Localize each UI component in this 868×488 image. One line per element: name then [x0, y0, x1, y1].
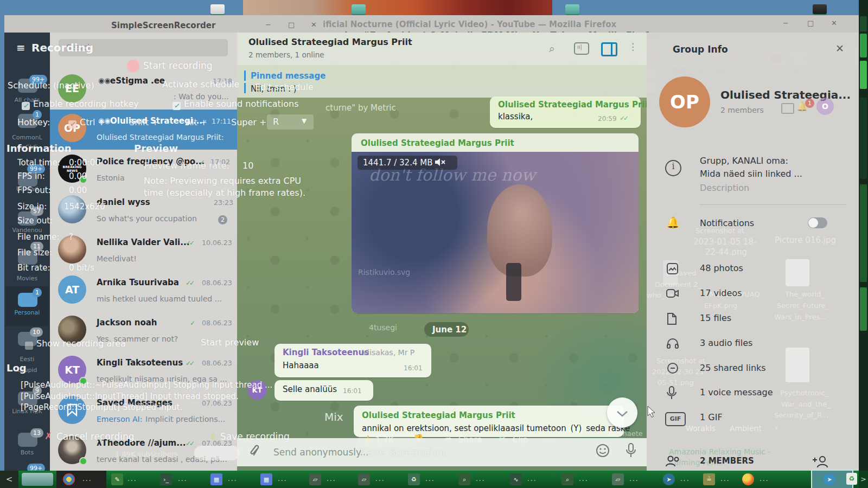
taskbar-recycle-icon[interactable]: ♻ [408, 473, 420, 485]
bleed-bell-badge: 1 [805, 99, 814, 108]
ssr-enable-sound-checkbox[interactable]: ✓Enable sound notifications [173, 99, 299, 110]
taskbar-screenshot-icon-2[interactable]: ▦ [260, 473, 272, 485]
kebab-menu-icon[interactable]: ⋮ [628, 41, 637, 52]
ff-minimize-button[interactable]: − [783, 19, 789, 27]
ssr-show-area-checkbox[interactable]: ✓Show recording area [25, 338, 126, 350]
chat-subtitle-sender: Emerson AI: [97, 415, 142, 423]
microphone-icon[interactable] [625, 442, 637, 459]
folder-label[interactable]: Movies [4, 275, 50, 282]
mouse-cursor [647, 406, 656, 418]
ssr-activate-schedule-button[interactable]: Activate schedule [162, 79, 239, 89]
ssr-hotkey-ctrl[interactable]: ✓Ctrl + [68, 117, 105, 129]
ssr-enable-hotkey-checkbox[interactable]: ✓Enable recording hotkey [22, 99, 139, 110]
chat-name: Arnika Tsuurivaba [97, 278, 179, 287]
group-avatar[interactable]: OP [659, 76, 710, 127]
ssr-start-preview-button[interactable]: Start preview [201, 337, 259, 348]
workspace-block[interactable] [860, 287, 867, 331]
workspace-block[interactable] [860, 98, 867, 179]
media-videos[interactable]: 17 videos [700, 288, 742, 298]
chat-subtitle: Estonia [97, 174, 125, 182]
media-photos[interactable]: 48 photos [700, 263, 743, 273]
ssr-hotkey-super[interactable]: Super + [231, 117, 266, 127]
message-input-placeholder[interactable]: Send anonymously... [273, 447, 369, 458]
ssr-save-recording-button[interactable]: Save recording [220, 431, 290, 442]
ssr-frame-rate-value[interactable]: 10 [242, 160, 253, 171]
media-files[interactable]: 15 files [700, 313, 731, 323]
message-time: 16:01 [404, 364, 423, 372]
taskbar-ellipsis: ... [425, 475, 435, 483]
bleed-text: Wars_in_Pres... [774, 313, 827, 321]
search-icon[interactable]: ⌕ [549, 42, 555, 55]
chat-status: 2 members, 1 online [248, 50, 324, 59]
pinned-message-bar[interactable] [237, 65, 647, 98]
taskbar-firefox-icon[interactable] [742, 473, 754, 485]
workspace-block[interactable] [860, 184, 867, 282]
bleed-doc-thumb [786, 348, 809, 382]
close-icon[interactable]: ✕ [835, 42, 844, 54]
taskbar-terminal-icon[interactable]: ›_ [160, 473, 172, 485]
ssr-hotkey-alt[interactable]: Alt + [186, 117, 207, 127]
bleed-doc-thumb [786, 259, 809, 286]
file-hint-bleed: Ristikuvio.svg [358, 268, 410, 277]
ssr-cancel-recording-button[interactable]: Cancel recording [56, 431, 135, 442]
ssr-schedule-label: Schedule: (inactive) [8, 80, 94, 91]
emoji-smiley-icon[interactable] [596, 444, 610, 458]
scroll-to-bottom-button[interactable] [607, 397, 637, 428]
ssr-hotkey-shift[interactable]: Shift + [129, 117, 159, 127]
folder-label[interactable]: CommonL [4, 134, 50, 141]
chat-check: ✓✓ [186, 440, 193, 447]
bleed-text: Picture 016.jpg [775, 235, 836, 245]
taskbar-audio-icon[interactable]: ∿ [510, 473, 522, 485]
folder-label[interactable]: Bots [4, 449, 50, 456]
pin-bar-segment [244, 70, 246, 81]
desktop-folder-icon[interactable] [352, 4, 366, 14]
firefox-window-title-1: ificial Nocturne (Official Lyric Video) … [323, 20, 616, 29]
taskbar-fwd-chevron[interactable]: > [859, 471, 868, 488]
chat-subtitle: So what's your occupation [97, 214, 197, 223]
maximize-button[interactable]: □ [288, 21, 295, 29]
taskbar-folder-icon-3[interactable]: ▱ [612, 473, 624, 485]
links-icon [666, 362, 678, 374]
taskbar-show-desktop[interactable] [22, 473, 53, 486]
taskbar-telegram-icon[interactable]: ➤ [663, 473, 675, 485]
pin-bar-segment [244, 83, 246, 93]
voice-chat-icon[interactable]: ıı| [574, 42, 589, 55]
chat-check: ✓✓ [186, 359, 193, 367]
sidebar-toggle-icon[interactable] [601, 42, 617, 56]
taskbar-search-icon-2[interactable]: ⌕ [561, 473, 573, 485]
taskbar-calculator-icon[interactable]: ≟ [703, 473, 715, 485]
media-links[interactable]: 25 shared links [700, 363, 766, 373]
ssr-edit-schedule-button[interactable]: Edit schedule [255, 82, 314, 92]
attach-paperclip-icon[interactable] [248, 445, 261, 459]
desktop-film-icon[interactable] [813, 4, 827, 14]
media-voice[interactable]: 1 voice message [700, 387, 773, 397]
workspace-block[interactable] [860, 61, 867, 89]
trash-icon[interactable]: ♻ [846, 473, 857, 485]
media-audio[interactable]: 3 audio files [700, 338, 752, 348]
chat-subtitle: Meeldivat! [97, 254, 137, 263]
taskbar-folder-icon[interactable]: ▱ [309, 473, 321, 485]
ssr-heading: Recording [31, 41, 93, 54]
taskbar-ssr-icon[interactable] [63, 473, 75, 485]
ff-maximize-button[interactable]: □ [807, 19, 814, 27]
media-gif[interactable]: 1 GIF [700, 412, 723, 422]
ssr-log-line: [PulseAudioInput::InputThread] Input thr… [21, 391, 239, 401]
close-button[interactable]: ✕ [311, 21, 317, 29]
ssr-start-recording-button[interactable]: Start recording [143, 60, 213, 71]
minimize-button[interactable]: − [265, 21, 271, 29]
taskbar-folder-icon-2[interactable]: ▱ [358, 473, 370, 485]
taskbar-editor-icon[interactable]: ✎ [111, 473, 123, 485]
taskbar-search-icon[interactable]: ⌕ [458, 473, 470, 485]
folder-label-personal[interactable]: Personal [4, 309, 50, 316]
notifications-toggle[interactable] [808, 217, 827, 228]
workspace-block[interactable] [860, 16, 867, 31]
taskbar-back-chevron[interactable]: < [0, 471, 18, 488]
taskbar-telegram-active-icon[interactable]: ➤ [824, 473, 835, 485]
taskbar-screenshot-icon[interactable]: ▦ [210, 473, 222, 485]
desktop-file-icon[interactable] [210, 4, 225, 14]
chat-name: Jackson noah [97, 318, 157, 328]
ff-close-button[interactable]: ✕ [831, 19, 837, 27]
workspace-block[interactable] [860, 34, 867, 57]
add-member-icon[interactable] [813, 454, 830, 468]
desktop-folder-icon-2[interactable] [565, 4, 579, 14]
